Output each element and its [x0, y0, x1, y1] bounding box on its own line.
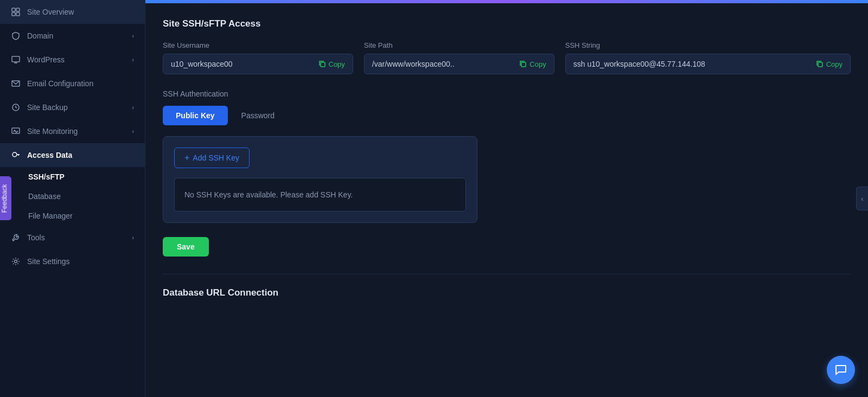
no-keys-message: No SSH Keys are available. Please add SS… — [184, 190, 353, 199]
auth-tabs: Public Key Password — [163, 106, 851, 125]
copy-label: Copy — [329, 60, 345, 68]
ssh-string-label: SSH String — [565, 41, 851, 49]
ssh-auth-section: SSH Authentication Public Key Password +… — [163, 89, 851, 257]
add-ssh-key-button[interactable]: + Add SSH Key — [174, 148, 250, 168]
key-icon — [11, 150, 21, 160]
sidebar-subitem-ssh-sftp[interactable]: SSH/sFTP — [0, 167, 145, 187]
add-ssh-key-label: Add SSH Key — [193, 153, 239, 162]
svg-rect-11 — [521, 62, 526, 67]
svg-rect-1 — [16, 8, 20, 11]
chevron-right-icon: › — [132, 128, 134, 135]
sidebar-label: Site Settings — [27, 257, 70, 266]
tool-icon — [11, 233, 21, 242]
username-label: Site Username — [163, 41, 353, 49]
svg-rect-10 — [321, 62, 325, 67]
mail-icon — [11, 79, 21, 88]
tab-public-key[interactable]: Public Key — [163, 106, 228, 125]
chevron-right-icon: › — [132, 33, 134, 39]
username-input-wrap: u10_workspace00 Copy — [163, 54, 353, 74]
collapse-sidebar-button[interactable]: ‹ — [856, 187, 868, 210]
path-input-wrap: /var/www/workspace00.. Copy — [364, 54, 554, 74]
svg-rect-0 — [12, 8, 15, 11]
sidebar-label: Domain — [27, 31, 53, 40]
ssh-key-box: + Add SSH Key No SSH Keys are available.… — [163, 136, 477, 223]
svg-rect-3 — [16, 12, 20, 16]
svg-rect-4 — [12, 56, 20, 62]
feedback-label: Feedback — [1, 184, 8, 213]
sidebar-label: Email Configuration — [27, 79, 93, 88]
chevron-right-icon: › — [132, 234, 134, 241]
sidebar-subitem-database[interactable]: Database — [0, 187, 145, 206]
svg-point-9 — [15, 260, 17, 263]
no-keys-message-box: No SSH Keys are available. Please add SS… — [174, 178, 466, 212]
sidebar-label: WordPress — [27, 55, 65, 64]
sidebar: Site Overview Domain › WordPress › — [0, 0, 145, 397]
path-label: Site Path — [364, 41, 554, 49]
copy-label: Copy — [826, 60, 843, 68]
sidebar-item-settings[interactable]: Site Settings — [0, 249, 145, 273]
copy-username-button[interactable]: Copy — [318, 60, 345, 68]
sidebar-item-domain[interactable]: Domain › — [0, 24, 145, 48]
sidebar-label: Access Data — [27, 151, 72, 159]
sidebar-item-monitoring[interactable]: Site Monitoring › — [0, 119, 145, 143]
chevron-right-icon: › — [132, 56, 134, 63]
ssh-string-value: ssh u10_workspace00@45.77.144.108 — [573, 60, 812, 68]
subitem-label: SSH/sFTP — [28, 172, 65, 181]
db-section: Database URL Connection — [163, 274, 851, 298]
field-group-username: Site Username u10_workspace00 Copy — [163, 41, 353, 74]
svg-rect-7 — [12, 128, 20, 133]
sidebar-label: Tools — [27, 233, 45, 242]
gear-icon — [11, 257, 21, 266]
save-button[interactable]: Save — [163, 237, 209, 257]
chat-button[interactable] — [827, 356, 855, 384]
plus-icon: + — [184, 153, 189, 163]
copy-label: Copy — [529, 60, 546, 68]
tab-password[interactable]: Password — [228, 106, 288, 125]
subitem-label: Database — [28, 192, 61, 201]
sidebar-subitem-file-manager[interactable]: File Manager — [0, 206, 145, 226]
field-group-ssh-string: SSH String ssh u10_workspace00@45.77.144… — [565, 41, 851, 74]
path-value: /var/www/workspace00.. — [372, 60, 515, 68]
sidebar-item-wordpress[interactable]: WordPress › — [0, 48, 145, 72]
username-value: u10_workspace00 — [171, 60, 314, 68]
backup-icon — [11, 103, 21, 112]
subitem-label: File Manager — [28, 212, 73, 220]
sidebar-label: Site Backup — [27, 103, 68, 112]
chat-icon — [835, 364, 847, 376]
sidebar-item-backup[interactable]: Site Backup › — [0, 95, 145, 119]
copy-path-button[interactable]: Copy — [519, 60, 546, 68]
chevron-right-icon: › — [132, 104, 134, 111]
shield-icon — [11, 31, 21, 41]
sidebar-label: Site Overview — [27, 8, 74, 16]
sidebar-item-email[interactable]: Email Configuration — [0, 72, 145, 95]
sidebar-label: Site Monitoring — [27, 127, 78, 136]
ssh-string-input-wrap: ssh u10_workspace00@45.77.144.108 Copy — [565, 54, 851, 74]
section-title: Site SSH/sFTP Access — [163, 18, 851, 29]
monitoring-icon — [11, 126, 21, 136]
monitor-icon — [11, 55, 21, 65]
main-content: Site SSH/sFTP Access Site Username u10_w… — [145, 0, 868, 397]
copy-ssh-string-button[interactable]: Copy — [816, 60, 843, 68]
feedback-tab[interactable]: Feedback — [0, 177, 11, 221]
chevron-left-icon: ‹ — [861, 195, 863, 203]
sidebar-item-tools[interactable]: Tools › — [0, 226, 145, 249]
field-group-path: Site Path /var/www/workspace00.. Copy — [364, 41, 554, 74]
fields-row: Site Username u10_workspace00 Copy Site … — [163, 41, 851, 74]
svg-point-8 — [12, 152, 17, 157]
db-section-title: Database URL Connection — [163, 287, 851, 298]
sidebar-item-site-overview[interactable]: Site Overview — [0, 0, 145, 24]
svg-rect-12 — [818, 62, 822, 67]
ssh-auth-title: SSH Authentication — [163, 89, 851, 98]
sidebar-item-access-data[interactable]: Access Data — [0, 143, 145, 167]
svg-rect-2 — [12, 12, 15, 16]
grid-icon — [11, 7, 21, 17]
